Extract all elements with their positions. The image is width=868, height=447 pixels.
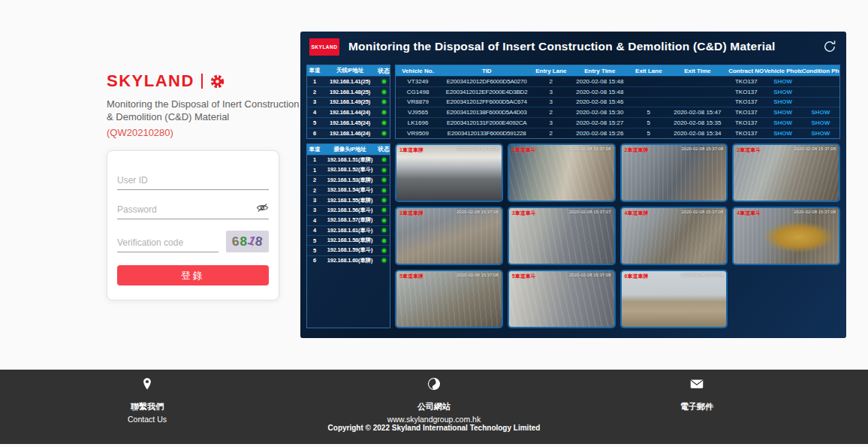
camera-feed-tile[interactable]: 5車道車牌 2020-02-08 15:37:08	[395, 270, 503, 328]
antenna-ip: 192.168.1.45(24)	[322, 119, 378, 126]
camera-row: 2 192.168.1.54(車斗)	[307, 185, 390, 195]
globe-icon	[427, 377, 441, 391]
lane-number: 3	[307, 197, 322, 204]
tid: E20034120131F2000E4092CA	[440, 119, 533, 126]
camera-feed-timestamp: 2020-02-08 15:37:08	[794, 210, 836, 214]
lane-number: 1	[307, 156, 322, 163]
camera-feed-timestamp: 2020-02-08 15:37:08	[457, 210, 499, 214]
camera-feed-grid: 1車道車牌 2020-02-08 15:37:08 1車道車斗 2020-02-…	[395, 143, 840, 328]
camera-feed-tile[interactable]: 2車道車斗 2020-02-08 15:37:08	[732, 143, 840, 202]
camera-feed-timestamp: 2020-02-08 15:37:08	[457, 273, 499, 277]
status-cell	[378, 121, 390, 125]
skyland-wordmark: SKYLAND	[107, 71, 194, 91]
camera-feed-label: 5車道車牌	[399, 273, 423, 280]
camera-feed-tile[interactable]: 4車道車牌 2020-02-08 15:37:08	[620, 207, 728, 265]
camera-table-rows: 1 192.168.1.51(車牌) 1 192.168.1.52(車斗)	[307, 155, 390, 265]
camera-feed-tile[interactable]: 1車道車牌 2020-02-08 15:37:08	[395, 143, 503, 202]
lane-number: 3	[307, 98, 322, 105]
camera-ip: 192.168.1.56(車斗)	[322, 207, 378, 214]
tid: E20034120138F6000D5A4D03	[440, 109, 533, 116]
vehicle-no: CG1498	[396, 89, 440, 95]
status-cell	[378, 90, 390, 94]
footer-contact-subtitle: Contact Us	[102, 415, 192, 424]
captcha-image[interactable]: 6 8 1 8	[226, 231, 269, 252]
camera-feed-label: 6車道車牌	[625, 273, 649, 280]
footer: 聯繫我們 Contact Us 公司網站 www.skylandgroup.co…	[0, 370, 868, 444]
status-dot-green	[382, 208, 386, 212]
vehicle-no: VT3249	[396, 78, 440, 85]
camera-feed-tile[interactable]: 2車道車牌 2020-02-08 15:37:08	[620, 143, 728, 202]
login-card: 6 8 1 8 登錄	[107, 150, 279, 301]
camera-feed-label: 3車道車斗	[512, 210, 536, 217]
camera-feed-tile[interactable]: 3車道車牌 2020-02-08 15:37:08	[395, 207, 503, 265]
condition-photo-show-link[interactable]: SHOW	[802, 109, 839, 116]
user-id-input[interactable]	[117, 172, 269, 190]
vehicle-no: VR8879	[396, 98, 440, 105]
camera-row: 4 192.168.1.61(車斗)	[307, 225, 390, 235]
antenna-ip: 192.168.1.44(24)	[322, 109, 378, 116]
camera-feed-tile[interactable]: 3車道車斗 2020-02-08 15:37:07	[508, 207, 616, 265]
status-dot-green	[382, 100, 386, 104]
status-dot-green	[382, 249, 386, 252]
status-dot-green	[382, 178, 386, 182]
vehicle-table-header: Vehicle No. TID Entry Lane Entry Time Ex…	[396, 65, 839, 76]
footer-website-link[interactable]: 公司網站 www.skylandgroup.com.hk	[321, 377, 547, 424]
camera-row: 1 192.168.1.51(車牌)	[307, 155, 390, 165]
password-input[interactable]	[117, 201, 269, 219]
brand-block: SKYLAND Monitoring the Disposal of Inert…	[107, 71, 309, 138]
project-code: (QW20210280)	[107, 127, 309, 138]
vehicle-table-row: VT3249 E2003412012DF6000D5A0270 2 2020-0…	[396, 76, 839, 86]
lane-number: 4	[307, 227, 322, 234]
camera-feed-tile[interactable]: 6車道車牌 2020-02-08 15:37:08	[620, 270, 728, 328]
camera-feed-tile[interactable]: 1車道車斗 2020-02-08 15:37:08	[508, 143, 616, 202]
footer-contact-link[interactable]: 聯繫我們 Contact Us	[102, 377, 192, 424]
verification-code-input[interactable]	[117, 234, 219, 252]
vehicle-photo-show-link[interactable]: SHOW	[764, 109, 801, 116]
camera-ip-table: 車道 摄像头IP地址 状态 1 192.168.1.51(車牌)	[306, 143, 390, 328]
camera-row: 4 192.168.1.57(車牌)	[307, 215, 390, 225]
status-cell	[378, 258, 390, 262]
status-dot-green	[382, 239, 386, 243]
login-button[interactable]: 登錄	[117, 265, 269, 285]
camera-feed-timestamp: 2020-02-08 15:37:07	[569, 210, 611, 214]
lane-number: 6	[307, 130, 322, 137]
vehicle-photo-show-link[interactable]: SHOW	[764, 130, 801, 137]
camera-ip: 192.168.1.60(車牌)	[322, 257, 378, 264]
camera-feed-timestamp: 2020-02-08 15:37:08	[682, 210, 724, 214]
footer-email-title: 電子郵件	[652, 401, 742, 412]
lane-number: 1	[307, 78, 322, 85]
entry-time: 2020-02-08 15:26	[568, 130, 631, 137]
vehicle-photo-show-link[interactable]: SHOW	[764, 78, 801, 85]
exit-time: 2020-02-08 15:35	[666, 119, 728, 126]
camera-feed-label: 2車道車牌	[625, 146, 649, 154]
footer-email-link[interactable]: 電子郵件	[652, 377, 742, 412]
status-dot-green	[382, 80, 386, 83]
refresh-icon[interactable]	[822, 39, 837, 54]
status-cell	[378, 158, 390, 162]
camera-feed-label: 1車道車斗	[512, 146, 536, 154]
entry-time: 2020-02-08 15:27	[568, 119, 631, 126]
camera-feed-tile[interactable]: 5車道車斗 2020-02-08 15:37:08	[508, 270, 616, 328]
entry-lane: 2	[533, 109, 568, 116]
contract-no: TKO137	[728, 109, 764, 116]
camera-feed-timestamp: 2020-02-08 15:37:08	[682, 146, 724, 151]
vehicle-photo-show-link[interactable]: SHOW	[764, 98, 801, 105]
entry-lane: 2	[533, 130, 568, 137]
status-cell	[378, 110, 390, 114]
entry-lane: 2	[533, 78, 568, 85]
password-field-wrap	[117, 201, 269, 219]
vehicle-photo-show-link[interactable]: SHOW	[764, 119, 801, 126]
condition-photo-show-link[interactable]: SHOW	[802, 130, 839, 137]
eye-off-icon[interactable]	[256, 202, 269, 213]
vehicle-photo-show-link[interactable]: SHOW	[764, 89, 801, 95]
condition-photo-show-link[interactable]: SHOW	[802, 119, 839, 126]
contract-no: TKO137	[728, 78, 764, 85]
entry-time: 2020-02-08 15:48	[568, 89, 631, 95]
status-cell	[378, 178, 390, 182]
camera-ip: 192.168.1.53(車牌)	[322, 177, 378, 184]
antenna-row: 3 192.168.1.49(25)	[307, 97, 390, 107]
copyright-text: Copyright © 2022 Skyland International T…	[0, 424, 868, 432]
skyland-logo-badge: SKYLAND	[309, 38, 339, 56]
camera-ip: 192.168.1.55(車牌)	[322, 197, 378, 204]
camera-feed-tile[interactable]: 4車道車斗 2020-02-08 15:37:08	[732, 207, 840, 265]
